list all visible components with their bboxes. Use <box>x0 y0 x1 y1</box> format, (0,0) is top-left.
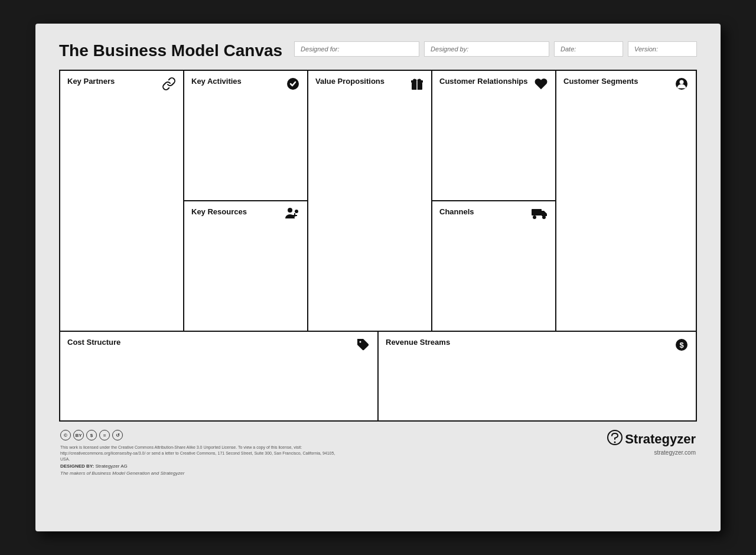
revenue-streams-label: Revenue Streams <box>386 338 450 347</box>
svg-point-4 <box>295 210 298 213</box>
key-resources-cell: Key Resources <box>184 201 307 331</box>
version-field[interactable]: Version: <box>628 41 697 57</box>
header-fields: Designed for: Designed by: Date: Version… <box>294 41 697 57</box>
date-label: Date: <box>561 45 576 53</box>
cost-structure-title: Cost Structure <box>67 338 370 355</box>
revenue-streams-title: Revenue Streams $ <box>386 338 689 355</box>
svg-point-9 <box>533 216 536 219</box>
page-title: The Business Model Canvas <box>59 41 282 60</box>
key-partners-title: Key Partners <box>67 77 176 94</box>
customer-relationships-label: Customer Relationships <box>439 77 528 86</box>
footer-right: Strategyzer strategyzer.com <box>607 430 696 456</box>
value-propositions-label: Value Propositions <box>315 77 384 86</box>
strategyzer-brand: Strategyzer <box>625 432 696 447</box>
header-row: The Business Model Canvas Designed for: … <box>59 41 697 60</box>
designed-by-field[interactable]: Designed by: <box>424 41 549 57</box>
channels-label: Channels <box>439 207 474 216</box>
footer-icons: © BY $ = ↺ <box>60 430 344 440</box>
footer-designed-by-value: Strategyzer AG <box>95 463 127 469</box>
cc-by-icon: BY <box>73 430 84 440</box>
designed-by-label: Designed by: <box>431 45 468 53</box>
footer-left: © BY $ = ↺ This work is licensed under t… <box>60 430 344 476</box>
customer-segments-icon <box>674 77 689 94</box>
value-propositions-cell: Value Propositions <box>308 71 432 331</box>
footer: © BY $ = ↺ This work is licensed under t… <box>59 430 697 476</box>
svg-rect-3 <box>292 215 297 216</box>
customer-segments-label: Customer Segments <box>563 77 638 86</box>
svg-point-10 <box>542 216 546 219</box>
customer-relationships-cell: Customer Relationships <box>432 71 555 201</box>
key-partners-icon <box>162 77 176 94</box>
page-wrapper: The Business Model Canvas Designed for: … <box>35 24 721 531</box>
svg-text:$: $ <box>679 341 684 350</box>
strategyzer-logo: Strategyzer <box>607 430 696 448</box>
top-section: Key Partners Key Activities <box>60 71 696 332</box>
customer-relationships-title: Customer Relationships <box>439 77 548 94</box>
key-activities-icon <box>286 77 300 94</box>
strategyzer-url: strategyzer.com <box>654 449 696 456</box>
svg-rect-8 <box>532 209 542 216</box>
cc-nc-icon: $ <box>86 430 97 440</box>
key-activities-cell: Key Activities <box>184 71 307 201</box>
key-partners-cell: Key Partners <box>60 71 184 331</box>
svg-point-13 <box>360 341 361 343</box>
key-resources-icon <box>285 207 300 223</box>
cost-structure-label: Cost Structure <box>67 338 120 347</box>
key-activities-title: Key Activities <box>191 77 300 94</box>
customer-segments-cell: Customer Segments <box>556 71 696 331</box>
key-partners-label: Key Partners <box>67 77 115 86</box>
designed-for-field[interactable]: Designed for: <box>294 41 419 57</box>
value-propositions-icon <box>410 77 424 94</box>
footer-license-text: This work is licensed under the Creative… <box>60 445 344 462</box>
key-resources-label: Key Resources <box>191 207 247 216</box>
cc-nd-icon: = <box>99 430 110 440</box>
cc-sa-icon: ↺ <box>112 430 123 440</box>
channels-icon <box>532 207 548 222</box>
svg-point-12 <box>680 80 684 84</box>
revenue-streams-cell: Revenue Streams $ <box>379 332 696 420</box>
cc-icon: © <box>60 430 71 440</box>
key-resources-title: Key Resources <box>191 207 300 223</box>
channels-cell: Channels <box>432 201 555 331</box>
designed-for-label: Designed for: <box>301 45 339 53</box>
cost-structure-cell: Cost Structure <box>60 332 379 420</box>
bottom-section: Cost Structure Revenue Streams <box>60 332 696 420</box>
version-label: Version: <box>634 45 658 53</box>
channels-title: Channels <box>439 207 548 222</box>
cost-structure-icon <box>356 338 370 355</box>
customer-segments-title: Customer Segments <box>563 77 689 94</box>
svg-point-1 <box>288 208 292 213</box>
footer-designed-by-label: DESIGNED BY: <box>60 463 94 469</box>
strategyzer-logo-icon <box>607 430 623 448</box>
svg-point-17 <box>614 442 616 443</box>
canvas-grid: Key Partners Key Activities <box>59 70 697 422</box>
footer-tagline: The makers of Business Model Generation … <box>60 471 344 476</box>
key-activities-resources-col: Key Activities Key Resources <box>184 71 308 331</box>
value-propositions-title: Value Propositions <box>315 77 424 94</box>
date-field[interactable]: Date: <box>554 41 623 57</box>
key-activities-label: Key Activities <box>191 77 242 86</box>
footer-designed-by: DESIGNED BY: Strategyzer AG <box>60 463 344 469</box>
revenue-streams-icon: $ <box>674 338 689 355</box>
customer-relationships-icon <box>534 77 548 94</box>
customer-rel-channels-col: Customer Relationships Channels <box>432 71 556 331</box>
